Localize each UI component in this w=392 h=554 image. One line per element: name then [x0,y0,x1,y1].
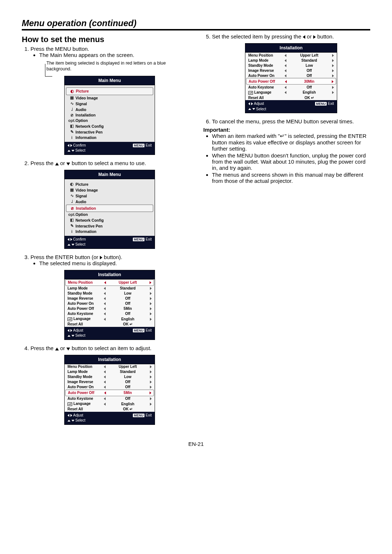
setting-row: Auto Power Off5Min [65,390,154,396]
setting-row: Auto Power Off30Min [246,78,336,85]
page-number: EN-21 [22,441,370,447]
setting-row: Auto Power OnOff [65,301,155,306]
setting-row: Image ReverseOff [245,68,337,73]
menu-item: ♩Audio [68,199,151,205]
osd-main-menu-2: Main Menu ◐Picture▦Video Image∿Signal♩Au… [64,170,155,249]
menu-item-icon: ▦ [68,95,75,100]
down-icon [66,163,70,165]
menu-item: iInformation [68,135,151,140]
down-icon [66,348,70,350]
menu-item-icon: ♩ [68,199,75,204]
setting-row: Lamp ModeStandard [65,369,155,374]
menu-item-icon: ◧ [68,124,75,128]
setting-row: Standby ModeLow [65,291,155,296]
menu-item-icon: ▦ [68,188,75,192]
setting-row: Menu PositionUpper Left [65,364,155,369]
menu-item: ✎Interactive Pen [68,129,151,135]
menu-item-icon: ◧ [68,218,75,222]
setting-row: Reset AllOK ↵ [245,95,337,100]
osd-installation-2: Installation Menu PositionUpper LeftLamp… [64,355,155,425]
menu-item-icon: opt. [68,118,75,123]
right-icon [100,256,102,259]
step-1-hint: The item being selected is displayed in … [46,60,189,72]
setting-row: AËLanguageEnglish [65,401,155,407]
menu-item: ◧Network Config [68,123,151,129]
menu-item: ♩Audio [68,107,151,112]
setting-row: AËLanguageEnglish [245,90,337,95]
setting-row: Standby ModeLow [245,63,337,68]
setting-row: Lamp ModeStandard [245,58,337,63]
important-2: When the MENU button doesn't function, u… [212,152,370,171]
setting-row: Image ReverseOff [65,296,155,301]
menu-item: ∿Signal [68,193,151,199]
menu-item-icon: ⎚ [68,113,75,117]
menu-item: ◐Picture [68,181,151,187]
osd-main-menu-1: Main Menu ◐Picture▦Video Image∿Signal♩Au… [64,76,155,155]
step-4: Press the or button to select an item to… [30,345,189,425]
setting-row: Auto Power OnOff [245,73,337,78]
setting-row: Reset AllOK ↵ [65,322,155,327]
menu-item-icon: ✎ [68,130,75,134]
step-1-sub: The Main Menu appears on the screen. [39,52,189,58]
setting-row: Lamp ModeStandard [65,286,155,291]
menu-item: ▦Video Image [68,187,151,193]
important-1: When an item marked with "↵" is selected… [212,133,370,152]
right-icon [313,35,316,39]
menu-item-icon: ♩ [68,107,75,112]
step-1: Press the MENU button. The Main Menu app… [30,46,189,155]
menu-item: ◐Picture [66,87,153,95]
menu-item-icon: ◐ [69,89,76,94]
step-3-sub: The selected menu is displayed. [39,260,189,266]
menu-item-icon: ⎚ [69,206,76,210]
up-icon [55,163,59,165]
step-3: Press the ENTER button (or button). The … [30,254,189,340]
menu-item: iInformation [68,229,151,234]
step-5: Set the selected item by pressing the or… [212,33,370,113]
setting-row: Auto Power Off5Min [65,306,155,311]
menu-item-icon: ✎ [68,223,75,228]
page-title: Menu operation (continued) [22,18,370,30]
setting-row: Auto KeystoneOff [245,85,337,90]
setting-row: Auto Power OnOff [65,385,155,390]
step-2: Press the or button to select a menu to … [30,160,189,249]
menu-item: ∿Signal [68,101,151,107]
osd-installation-3: Installation Menu PositionUpper LeftLamp… [245,43,337,113]
menu-item-icon: ◐ [68,182,75,186]
setting-row: Auto KeystoneOff [65,396,155,401]
section-heading: How to set the menus [22,35,189,44]
menu-item: opt.Option [68,212,151,217]
menu-item-icon: ∿ [68,101,75,106]
menu-item-icon: i [68,229,75,234]
important-label: Important: [203,127,370,133]
menu-item-icon: ∿ [68,193,75,198]
setting-row: Standby ModeLow [65,374,155,379]
step-6: To cancel the menu, press the MENU butto… [212,118,370,124]
menu-item-icon: i [68,135,75,140]
menu-item: ⎚Installation [68,112,151,118]
important-3: The menus and screens shown in this manu… [212,172,370,184]
setting-row: AËLanguageEnglish [65,316,155,322]
menu-item: opt.Option [68,118,151,123]
setting-row: Auto KeystoneOff [65,311,155,316]
setting-row: Reset AllOK ↵ [65,407,155,412]
setting-row: Menu PositionUpper Left [245,53,337,58]
osd-installation-1: Installation Menu PositionUpper LeftLamp… [64,270,155,340]
up-icon [55,348,59,350]
setting-row: Image ReverseOff [65,379,155,385]
menu-item: ✎Interactive Pen [68,223,151,229]
menu-item: ◧Network Config [68,217,151,223]
menu-item: ⎚Installation [66,205,153,212]
menu-item: ▦Video Image [68,95,151,101]
menu-item-icon: opt. [68,212,75,217]
setting-row: Menu PositionUpper Left [65,279,154,286]
